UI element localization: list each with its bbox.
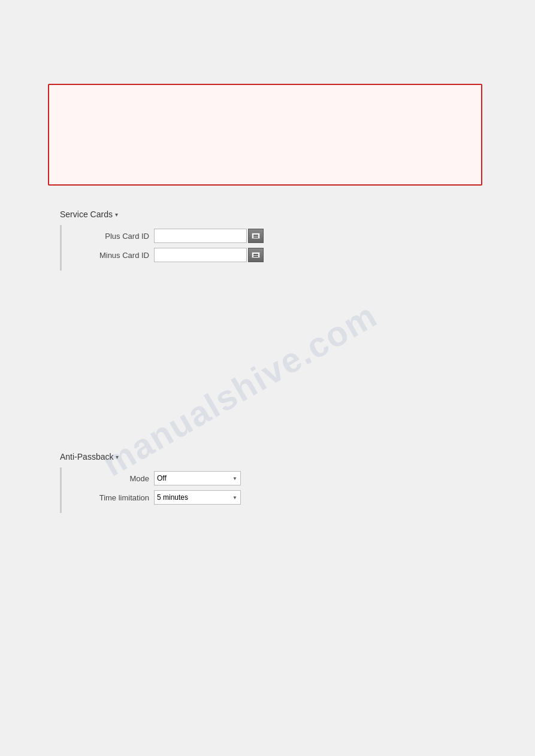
section-anti-passback: Anti-Passback ▾ Mode Off Soft Hard Time …: [60, 452, 395, 513]
time-limitation-row: Time limitation 5 minutes 10 minutes 15 …: [71, 490, 395, 505]
anti-passback-body: Mode Off Soft Hard Time limitation 5 min…: [60, 467, 395, 513]
minus-card-button[interactable]: [248, 248, 264, 262]
anti-passback-chevron: ▾: [116, 454, 119, 460]
time-limitation-select-wrapper: 5 minutes 10 minutes 15 minutes 30 minut…: [154, 490, 241, 505]
plus-card-input[interactable]: [154, 229, 247, 243]
service-cards-body: Plus Card ID Minus Card ID: [60, 225, 395, 271]
error-box: [48, 84, 482, 186]
minus-card-row: Minus Card ID: [71, 248, 395, 262]
mode-label: Mode: [71, 474, 149, 483]
time-limitation-label: Time limitation: [71, 493, 149, 502]
plus-card-row: Plus Card ID: [71, 229, 395, 243]
mode-select[interactable]: Off Soft Hard: [154, 471, 241, 485]
service-cards-chevron: ▾: [115, 211, 118, 218]
service-cards-title: Service Cards: [60, 210, 113, 219]
card-icon-plus: [252, 233, 260, 239]
mode-select-wrapper: Off Soft Hard: [154, 471, 241, 485]
time-limitation-select[interactable]: 5 minutes 10 minutes 15 minutes 30 minut…: [154, 490, 241, 505]
card-icon-minus: [252, 252, 260, 258]
section-service-cards: Service Cards ▾ Plus Card ID Minus Card …: [60, 210, 395, 271]
anti-passback-header[interactable]: Anti-Passback ▾: [60, 452, 395, 462]
service-cards-header[interactable]: Service Cards ▾: [60, 210, 395, 219]
minus-card-input[interactable]: [154, 248, 247, 262]
mode-row: Mode Off Soft Hard: [71, 471, 395, 485]
plus-card-button[interactable]: [248, 229, 264, 243]
plus-card-label: Plus Card ID: [71, 232, 149, 241]
minus-card-label: Minus Card ID: [71, 251, 149, 260]
anti-passback-title: Anti-Passback: [60, 452, 113, 462]
page-container: Service Cards ▾ Plus Card ID Minus Card …: [0, 0, 535, 756]
